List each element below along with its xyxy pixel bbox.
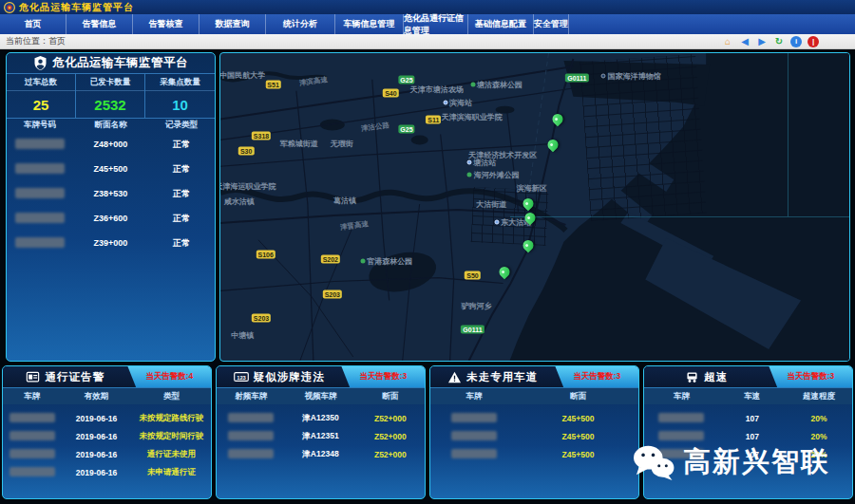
stat-label: 已发卡数量 [76, 74, 144, 91]
map-label: 驴驹河乡 [461, 301, 491, 311]
map-label: 无瑕街 [331, 138, 353, 148]
map-label: 天津市塘沽农场 [410, 84, 464, 94]
toolbar-icon[interactable]: ▶ [756, 36, 768, 47]
panel-permit-alerts: 通行证告警 当天告警数:4 车牌 有效期 类型 2019-06-16 未按规定路… [2, 365, 212, 499]
daily-alert-count-badge: 当天告警数:3 [769, 366, 852, 387]
table-row[interactable]: 津A12348 Z52+000 [217, 445, 425, 463]
table-row[interactable]: Z45+500 [430, 427, 638, 445]
road-badge: S50 [465, 271, 480, 280]
map-label: 咸水沽镇 [224, 196, 255, 207]
blurred-plate [10, 431, 55, 440]
toolbar-icon[interactable]: ⌂ [722, 36, 733, 47]
stat-value: 25 [7, 91, 75, 113]
map-label: 国家海洋博物馆 [601, 70, 661, 81]
watermark-text: 高新兴智联 [683, 443, 830, 481]
map-panel[interactable]: S51 S40 G25 G25 S11 S318 S30 S106 S202 S… [219, 52, 850, 362]
blurred-plate [10, 467, 55, 476]
nav-tab[interactable]: 告警信息 [66, 14, 133, 34]
toolbar-icon[interactable]: ↻ [773, 36, 785, 47]
toolbar-icon[interactable]: ◀ [739, 36, 750, 47]
overview-title: 危化品运输车辆监管平台 [52, 55, 188, 71]
road-badge: S51 [265, 81, 280, 89]
blurred-plate [10, 413, 55, 422]
nav-tab[interactable]: 告警核查 [133, 14, 200, 34]
table-row[interactable]: Z45+500 正常 [7, 157, 215, 181]
nav-tab[interactable]: 基础信息配置 [468, 14, 534, 34]
watermark: 高新兴智联 [632, 443, 830, 481]
daily-alert-count-badge: 当天告警数:3 [555, 366, 638, 387]
map-label: 中塘镇 [231, 330, 254, 341]
map-label: 大沽街道 [476, 199, 506, 210]
blurred-plate [15, 139, 65, 149]
col-section: 断面名称 [73, 120, 148, 131]
table-row[interactable]: 2019-06-16 未申请通行证 [3, 463, 211, 481]
nav-tab[interactable]: 安全管理 [534, 14, 569, 34]
table-header: 车牌号码 断面名称 记录类型 [7, 118, 215, 132]
passing-records: Z48+000 正常 Z45+500 正常 Z38+530 正常 Z36+600… [7, 132, 215, 255]
stat: 已发卡数量 2532 [76, 74, 145, 118]
nav-tab[interactable]: 车辆信息管理 [335, 14, 404, 34]
road-badge: G0111 [461, 325, 484, 333]
table-row[interactable]: Z48+000 正常 [7, 132, 215, 157]
road-badge: S202 [321, 255, 340, 264]
panel-title: 疑似涉牌违法 [254, 370, 325, 384]
stat: 采集点数量 10 [145, 74, 215, 118]
table-header: 车牌 有效期 类型 [3, 388, 211, 404]
stats-row: 过车总数 25 已发卡数量 2532 采集点数量 10 [7, 74, 215, 118]
table-row[interactable]: Z38+530 正常 [7, 181, 215, 206]
toolbar-icon[interactable]: i [790, 36, 802, 47]
permit-card-icon [26, 371, 40, 383]
stat-value: 2532 [76, 91, 144, 113]
panel-title: 超速 [704, 370, 728, 384]
poi-dot-icon [360, 259, 365, 264]
license-plate-icon: 123 [234, 371, 249, 383]
table-row[interactable]: Z45+500 [430, 445, 638, 463]
nav-tab[interactable]: 首页 [0, 14, 66, 34]
map-label: 天津海运职业学院 [219, 180, 276, 191]
table-row[interactable]: 津A12350 Z52+000 [217, 409, 425, 427]
panel-title: 通行证告警 [45, 370, 104, 384]
panel-lane-violation: 未走专用车道 当天告警数:3 车牌 断面 Z45+500 Z45+500 [429, 365, 639, 499]
poi-dot-icon [443, 100, 447, 104]
table-row[interactable]: 2019-06-16 未按规定时间行驶 [3, 427, 211, 445]
table-row[interactable]: 107 20% [644, 409, 852, 427]
blurred-plate [15, 163, 65, 174]
col-plate: 车牌号码 [7, 120, 73, 131]
map-label: 天津滨海职业学院 [442, 111, 503, 121]
blurred-plate [228, 413, 274, 422]
map-label: 葛沽镇 [333, 195, 356, 205]
road-badge: S106 [256, 251, 275, 259]
table-header: 车牌 车速 超速程度 [644, 388, 852, 404]
window-toolbar: ⌂ ◀ ▶ ↻ i | [722, 36, 819, 47]
table-row[interactable]: Z36+600 正常 [7, 206, 215, 231]
col-type: 记录类型 [148, 120, 215, 131]
breadcrumb: 当前位置：首页 [6, 35, 66, 47]
road-badge: G25 [398, 75, 414, 84]
table-row[interactable]: 2019-06-16 通行证未使用 [3, 445, 211, 463]
map-label: 塘沽站 [466, 157, 496, 167]
stat-label: 过车总数 [7, 74, 75, 91]
map-tile-seam [788, 53, 788, 216]
svg-text:123: 123 [237, 375, 246, 381]
map-label: 海河外滩公园 [467, 169, 520, 179]
map-label: 滨海站 [443, 97, 472, 107]
toolbar-icon[interactable]: | [808, 36, 819, 47]
table-row[interactable]: 2019-06-16 未按规定路线行驶 [3, 409, 211, 427]
road-badge: G0111 [565, 73, 588, 82]
map-tile-seam [510, 216, 849, 217]
truck-icon [685, 371, 699, 383]
poi-dot-icon [466, 159, 471, 164]
poi-dot-icon [494, 219, 499, 224]
main-nav: 首页 告警信息 告警核查 数据查询 统计分析 车辆信息管理 危化品通行证信息管理… [0, 14, 855, 34]
nav-tab[interactable]: 统计分析 [266, 14, 335, 34]
table-row[interactable]: 津A12351 Z52+000 [217, 427, 425, 445]
warning-triangle-icon [447, 371, 462, 383]
nav-tab[interactable]: 数据查询 [200, 14, 266, 34]
table-row[interactable]: Z45+500 [430, 409, 638, 427]
road-badge: S318 [252, 131, 271, 140]
map-label: 官港森林公园 [360, 256, 412, 267]
nav-tab[interactable]: 危化品通行证信息管理 [404, 14, 468, 34]
overview-panel: 危化品运输车辆监管平台 过车总数 25 已发卡数量 2532 采集点数量 10 … [6, 52, 216, 362]
table-row[interactable]: Z39+000 正常 [7, 231, 215, 255]
map-label: 滨海新区 [517, 182, 547, 193]
